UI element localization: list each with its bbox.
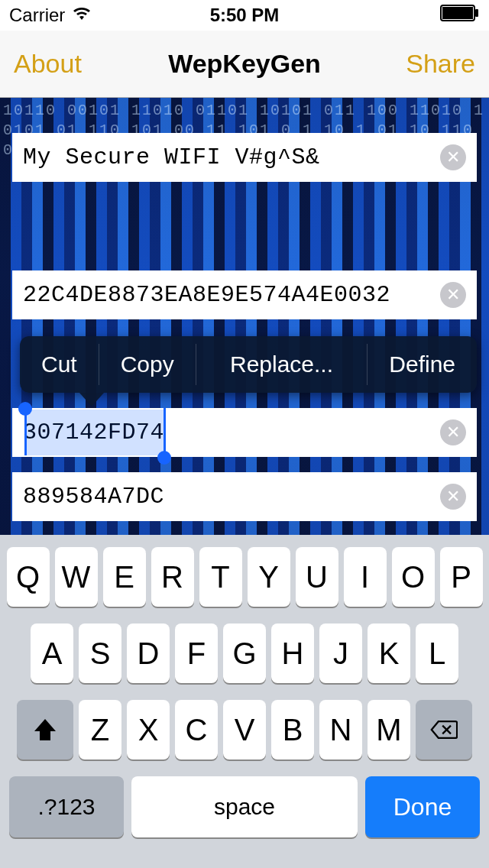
keyboard: QWERTYUIOP ASDFGHJKL ZXCVBNM .?123 space… [0,535,489,868]
key128-input[interactable] [23,282,440,308]
backspace-key[interactable] [416,700,472,760]
key-i[interactable]: I [344,547,387,607]
clear-key128-button[interactable]: ✕ [440,282,466,308]
key-g[interactable]: G [223,623,266,683]
key-s[interactable]: S [79,623,121,683]
selection-caret-start [24,408,27,455]
key-c[interactable]: C [175,700,218,760]
nav-bar: About WepKeyGen Share [0,31,489,98]
clear-passphrase-button[interactable]: ✕ [440,144,466,170]
context-define-button[interactable]: Define [368,336,477,393]
key-x[interactable]: X [127,700,170,760]
selection-caret-end [164,408,166,455]
content-area: ✕ ✕ Cut Copy Replace... Define ✕ ✕ [0,98,489,535]
text-context-menu: Cut Copy Replace... Define [20,336,477,393]
keyboard-row-2: ASDFGHJKL [5,623,484,683]
space-key[interactable]: space [131,776,358,837]
keyboard-row-3-letters: ZXCVBNM [79,700,410,760]
key-r[interactable]: R [151,547,194,607]
context-menu-arrow [79,393,104,406]
clear-icon: ✕ [446,285,460,305]
key-u[interactable]: U [296,547,338,607]
status-bar: Carrier 5:50 PM [0,0,489,31]
key-z[interactable]: Z [79,700,121,760]
key-q[interactable]: Q [7,547,50,607]
clear-key64a-button[interactable]: ✕ [440,419,466,445]
backspace-icon [430,716,458,743]
clear-icon: ✕ [446,423,460,442]
key64a-input[interactable] [23,419,440,445]
key-a[interactable]: A [31,623,73,683]
key-n[interactable]: N [319,700,362,760]
key-y[interactable]: Y [248,547,290,607]
shift-icon [31,716,59,743]
share-button[interactable]: Share [406,49,475,79]
shift-key[interactable] [17,700,73,760]
key128-field-wrap: ✕ [12,270,477,319]
key-w[interactable]: W [55,547,98,607]
passphrase-field-wrap: ✕ [12,133,477,182]
keyboard-row-4: .?123 space Done [5,776,484,837]
key-e[interactable]: E [103,547,146,607]
clear-icon: ✕ [446,147,460,167]
status-time: 5:50 PM [0,5,489,26]
key-m[interactable]: M [368,700,410,760]
key64b-field-wrap: ✕ [12,472,477,521]
clear-key64b-button[interactable]: ✕ [440,484,466,510]
key-h[interactable]: H [271,623,314,683]
passphrase-input[interactable] [23,144,440,170]
key-f[interactable]: F [175,623,218,683]
key-o[interactable]: O [392,547,435,607]
key-k[interactable]: K [368,623,410,683]
about-button[interactable]: About [14,49,82,79]
key-v[interactable]: V [223,700,266,760]
done-key[interactable]: Done [365,776,480,837]
keyboard-row-1: QWERTYUIOP [5,547,484,607]
key-p[interactable]: P [440,547,483,607]
key64a-field-wrap: ✕ [12,408,477,457]
keyboard-row-3: ZXCVBNM [5,700,484,760]
key-d[interactable]: D [127,623,170,683]
clear-icon: ✕ [446,487,460,507]
key-b[interactable]: B [271,700,314,760]
context-cut-button[interactable]: Cut [20,336,99,393]
context-copy-button[interactable]: Copy [99,336,196,393]
key64b-input[interactable] [23,484,440,510]
key-j[interactable]: J [319,623,362,683]
key-t[interactable]: T [199,547,242,607]
key-l[interactable]: L [416,623,458,683]
context-replace-button[interactable]: Replace... [196,336,368,393]
numbers-key[interactable]: .?123 [9,776,124,837]
